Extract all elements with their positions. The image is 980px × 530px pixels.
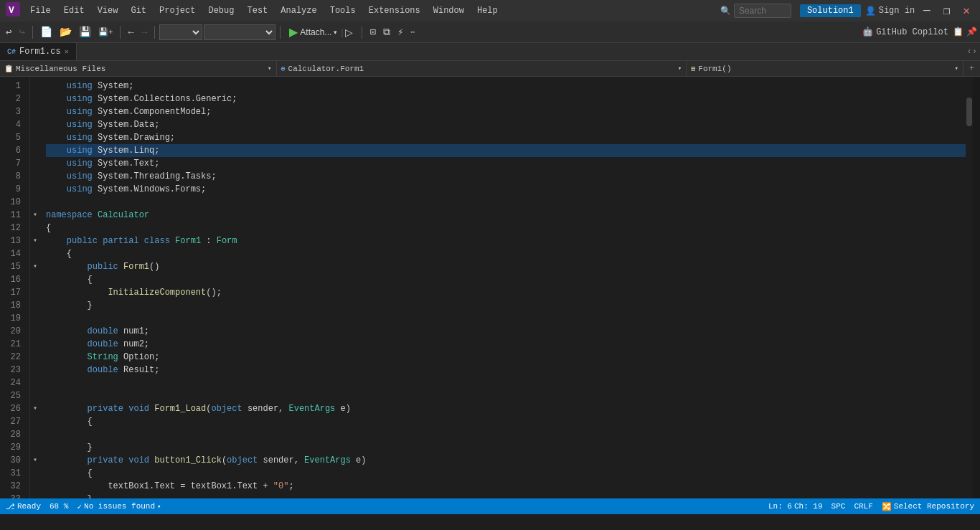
menu-edit[interactable]: Edit [58,4,90,17]
fold-indicator [30,312,40,325]
menu-help[interactable]: Help [471,4,504,17]
menu-bar: File Edit View Git Project Debug Test An… [24,4,716,17]
nav-class-dropdown[interactable]: ⊕ Calculator.Form1 ▾ [277,61,687,76]
save-all-button[interactable]: 💾+ [95,26,116,38]
fold-indicator [30,118,40,131]
tab-bar: C# Form1.cs ✕ ‹ › [0,43,980,61]
github-copilot-button[interactable]: 🤖 GitHub Copilot 📋 📌 [862,27,977,37]
fold-indicator[interactable]: ▾ [30,235,40,247]
fold-indicator [30,428,40,441]
scrollbar[interactable] [966,77,973,498]
fold-indicator [30,273,40,286]
nav-files-dropdown[interactable]: 📋 Miscellaneous Files ▾ [0,61,277,76]
minimize-button[interactable]: — [919,3,935,19]
menu-view[interactable]: View [92,4,124,17]
solution-badge[interactable]: Solution1 [800,4,861,17]
redo-button[interactable]: ↪ [16,24,27,39]
code-line: using System; [46,80,966,93]
fold-indicator [30,247,40,260]
line-number: 1 [0,80,24,93]
fold-indicator[interactable]: ▾ [30,454,40,467]
code-line: using System.Data; [46,118,966,131]
tab-scroll-right-icon[interactable]: › [972,47,977,57]
menu-git[interactable]: Git [125,4,152,17]
restore-button[interactable]: ❐ [939,2,955,19]
fold-indicator [30,299,40,312]
profile-button[interactable]: ⧉ [380,25,393,39]
status-select-repo[interactable]: 🔀 Select Repository [882,502,974,511]
tab-scroll-left-icon[interactable]: ‹ [967,47,972,57]
menu-debug[interactable]: Debug [202,4,240,17]
config-dropdown[interactable] [159,24,202,40]
nav-class-icon: ⊕ [281,65,286,73]
line-number: 29 [0,441,24,454]
fold-indicator [30,80,40,93]
fold-indicator[interactable]: ▾ [30,260,40,273]
line-number: 19 [0,312,24,325]
menu-project[interactable]: Project [154,4,201,17]
check-icon: ✓ [77,502,82,511]
status-right: Ln: 6 Ch: 19 SPC CRLF 🔀 Select Repositor… [768,502,974,511]
code-line: double num2; [46,338,966,351]
line-number: 23 [0,364,24,377]
status-ln-ch[interactable]: Ln: 6 Ch: 19 [768,502,823,511]
fold-indicator [30,415,40,428]
undo-button[interactable]: ↩ [3,24,14,39]
breakpoints-button[interactable]: ⊡ [367,24,378,39]
more-tools-button[interactable]: ⋯ [407,27,418,38]
status-branch[interactable]: ⎇ Ready [6,502,41,511]
copilot-pin-icon: 📌 [966,27,977,37]
code-editor[interactable]: using System; using System.Collections.G… [40,77,966,498]
save-button[interactable]: 💾 [76,24,94,39]
menu-analyze[interactable]: Analyze [275,4,322,17]
scrollbar-thumb[interactable] [966,98,972,126]
tb-sep-5 [362,26,362,39]
status-bar: ⎇ Ready 68 % ✓ No issues found ▾ Ln: 6 C… [0,498,980,514]
back-button[interactable]: ← [125,25,136,39]
fold-indicator[interactable]: ▾ [30,209,40,222]
forward-button[interactable]: → [138,25,150,39]
code-line [46,428,966,441]
menu-extensions[interactable]: Extensions [363,4,426,17]
fold-column: ▾▾▾▾▾▾▾▾▾ [30,77,40,498]
nav-add-icon[interactable]: + [963,64,980,74]
new-file-button[interactable]: 📄 [37,24,55,39]
fold-indicator [30,389,40,402]
line-number: 8 [0,170,24,183]
copilot-menu-icon: 📋 [953,27,963,37]
nav-member-dropdown[interactable]: ⊞ Form1() ▾ [687,61,963,76]
fold-indicator[interactable]: ▾ [30,402,40,415]
tab-close-icon[interactable]: ✕ [65,47,69,56]
menu-test[interactable]: Test [241,4,273,17]
menu-file[interactable]: File [24,4,57,17]
status-spaces[interactable]: SPC [831,502,846,511]
line-number: 17 [0,286,24,299]
status-issues[interactable]: ✓ No issues found ▾ [77,502,161,511]
fold-indicator [30,157,40,170]
file-tab-form1[interactable]: C# Form1.cs ✕ [0,43,77,60]
line-number: 3 [0,105,24,118]
menu-tools[interactable]: Tools [324,4,362,17]
code-line: String Option; [46,351,966,364]
fold-indicator [30,467,40,480]
menu-window[interactable]: Window [428,4,470,17]
perf-button[interactable]: ⚡ [395,24,406,39]
csharp-file-icon: C# [7,48,16,56]
line-number: 6 [0,144,24,157]
step-icon: ▷ [345,27,353,38]
platform-dropdown[interactable] [204,24,275,40]
fold-indicator [30,364,40,377]
open-file-button[interactable]: 📂 [57,24,75,39]
nav-bar: 📋 Miscellaneous Files ▾ ⊕ Calculator.For… [0,61,980,77]
code-line [46,389,966,402]
close-button[interactable]: ✕ [958,2,974,19]
line-number: 24 [0,377,24,389]
sign-in-button[interactable]: 👤 Sign in [865,6,915,16]
search-input[interactable] [734,4,791,18]
status-line-ending[interactable]: CRLF [854,502,872,511]
status-zoom[interactable]: 68 % [50,502,68,511]
vs-logo: V [6,2,20,19]
code-line: { [46,222,966,235]
attach-button[interactable]: ▶ Attach... ▾ | ▷ [285,24,357,40]
code-line: using System.Drawing; [46,131,966,144]
